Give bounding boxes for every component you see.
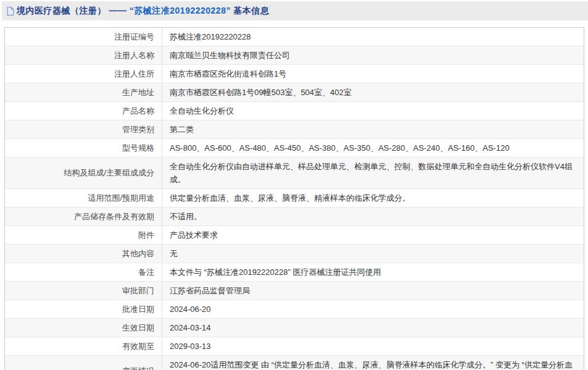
row-value: 苏械注准20192220228 xyxy=(162,28,584,46)
table-row: 管理类别第二类 xyxy=(5,120,584,138)
row-label: 适用范围/预期用途 xyxy=(5,189,162,207)
row-label: 型号规格 xyxy=(5,139,162,157)
table-row: 适用范围/预期用途供定量分析血清、血浆、尿液、脑脊液、精液样本的临床化学成分。 xyxy=(5,188,584,207)
row-value: 2024-06-20 xyxy=(162,300,584,318)
table-row: 注册证编号苏械注准20192220228 xyxy=(5,28,584,46)
table-row: 结构及组成/主要组成成分全自动生化分析仪由自动进样单元、样品处理单元、检测单元、… xyxy=(5,157,584,188)
table-row: 生效日期2024-03-14 xyxy=(5,318,584,337)
table-row: 备注本文件与 “苏械注准20192220228” 医疗器械注册证共同使用 xyxy=(5,263,584,281)
row-label: 产品名称 xyxy=(5,102,162,120)
row-value: AS-800、AS-600、AS-480、AS-450、AS-380、AS-35… xyxy=(162,139,584,157)
row-label: 结构及组成/主要组成成分 xyxy=(5,158,162,188)
row-label: 审批部门 xyxy=(5,282,162,300)
table-row: 批准日期2024-06-20 xyxy=(5,300,584,318)
table-row: 注册人名称南京颐兰贝生物科技有限责任公司 xyxy=(5,46,584,64)
row-value: 第二类 xyxy=(162,120,584,138)
row-label: 有效期至 xyxy=(5,337,162,355)
row-value: 2024-06-20适用范围变更 由 “供定量分析血清、血浆、尿液、脑脊液样本的… xyxy=(162,356,584,370)
page-title-cert-no: “苏械注准20192220228” xyxy=(130,6,231,15)
row-label: 注册证编号 xyxy=(5,28,162,46)
row-label: 生效日期 xyxy=(5,319,162,337)
row-value: 南京市栖霞区科创路1号09幢503室、504室、402室 xyxy=(162,83,584,101)
table-row: 其他内容无 xyxy=(5,244,584,263)
table-row: 审批部门江苏省药品监督管理局 xyxy=(5,281,584,300)
row-label: 管理类别 xyxy=(5,120,162,138)
row-value: 本文件与 “苏械注准20192220228” 医疗器械注册证共同使用 xyxy=(162,263,584,281)
info-table: 注册证编号苏械注准20192220228注册人名称南京颐兰贝生物科技有限责任公司… xyxy=(4,27,584,370)
row-value: 不适用。 xyxy=(162,208,584,225)
page-title: 境内医疗器械（注册） —— “苏械注准20192220228” 基本信息 xyxy=(17,6,269,17)
table-row: 产品储存条件及有效期不适用。 xyxy=(5,207,584,225)
page-title-prefix: 境内医疗器械（注册） —— xyxy=(17,6,130,15)
document-icon xyxy=(6,6,15,16)
row-label: 注册人名称 xyxy=(5,46,162,64)
row-value: 2024-03-14 xyxy=(162,319,584,337)
table-row: 有效期至2029-03-13 xyxy=(5,337,584,355)
row-label: 备注 xyxy=(5,263,162,281)
row-label: 产品储存条件及有效期 xyxy=(5,208,162,225)
row-label: 附件 xyxy=(5,226,162,244)
row-value: 供定量分析血清、血浆、尿液、脑脊液、精液样本的临床化学成分。 xyxy=(162,189,584,207)
row-value: 南京颐兰贝生物科技有限责任公司 xyxy=(162,46,584,64)
row-value: 全自动生化分析仪 xyxy=(162,102,584,120)
table-row: 附件产品技术要求 xyxy=(5,225,584,244)
page-title-suffix: 基本信息 xyxy=(231,6,269,15)
row-label: 其他内容 xyxy=(5,245,162,263)
table-row: 产品名称全自动生化分析仪 xyxy=(5,101,584,120)
row-label: 批准日期 xyxy=(5,300,162,318)
table-row: 变更情况2024-06-20适用范围变更 由 “供定量分析血清、血浆、尿液、脑脊… xyxy=(5,355,584,370)
row-value: 2029-03-13 xyxy=(162,337,584,355)
table-row: 生产地址南京市栖霞区科创路1号09幢503室、504室、402室 xyxy=(5,83,584,101)
row-value: 江苏省药品监督管理局 xyxy=(162,282,584,300)
row-label: 生产地址 xyxy=(5,83,162,101)
table-row: 型号规格AS-800、AS-600、AS-480、AS-450、AS-380、A… xyxy=(5,138,584,157)
row-label: 变更情况 xyxy=(5,356,162,370)
table-row: 注册人住所南京市栖霞区尧化街道科创路1号 xyxy=(5,64,584,83)
row-value: 产品技术要求 xyxy=(162,226,584,244)
row-value: 全自动生化分析仪由自动进样单元、样品处理单元、检测单元、控制、数据处理单元和全自… xyxy=(162,158,584,188)
page-header: 境内医疗器械（注册） —— “苏械注准20192220228” 基本信息 xyxy=(2,1,588,20)
row-value: 南京市栖霞区尧化街道科创路1号 xyxy=(162,65,584,83)
row-value: 无 xyxy=(162,245,584,263)
row-label: 注册人住所 xyxy=(5,65,162,83)
